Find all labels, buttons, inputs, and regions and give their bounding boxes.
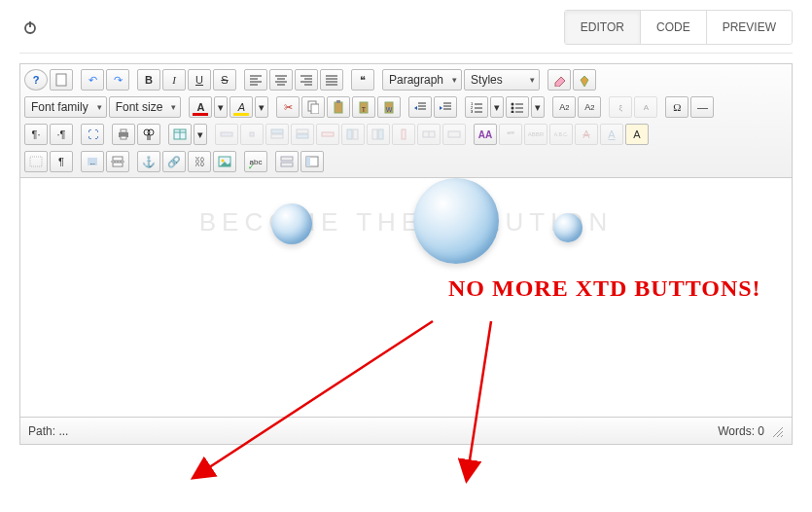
paste-text-button[interactable]: T [352, 96, 375, 118]
fullscreen-button[interactable]: ⛶ [81, 124, 104, 145]
svg-rect-58 [221, 132, 232, 136]
svg-point-52 [148, 129, 154, 135]
template-button[interactable] [300, 151, 324, 172]
numbered-list-button[interactable]: 123 [465, 96, 488, 118]
svg-rect-21 [311, 104, 319, 114]
svg-rect-73 [30, 157, 42, 166]
italic-button[interactable]: I [162, 69, 186, 91]
bullet-list-button[interactable] [506, 96, 529, 118]
merge-cells-button [442, 124, 466, 145]
top-bar: EDITOR CODE PREVIEW [19, 10, 793, 54]
attribs-button[interactable]: A [625, 124, 649, 145]
ins2-button: A [600, 124, 623, 145]
format-select[interactable]: Paragraph [382, 69, 462, 91]
bullet-list-picker[interactable]: ▾ [531, 96, 545, 118]
delete-row-button [316, 124, 339, 145]
superscript-button[interactable]: A2 [578, 96, 601, 118]
paste-word-button[interactable]: W [377, 96, 401, 118]
strikethrough-button[interactable]: S [213, 69, 236, 91]
editor-panel: ? ↶ ↷ B I U S ❝ Paragraph Styles [19, 63, 793, 445]
insert-col-after-button [367, 124, 390, 145]
undo-button[interactable]: ↶ [81, 69, 104, 91]
underline-button[interactable]: U [188, 69, 211, 91]
svg-rect-2 [56, 74, 66, 86]
indent-button[interactable] [434, 96, 457, 118]
backcolor-button[interactable]: A [229, 96, 253, 118]
bubble-decoration [271, 203, 312, 244]
spellcheck-button[interactable]: abc✓ [244, 151, 267, 172]
svg-rect-77 [113, 163, 123, 166]
word-count: Words: 0 [718, 424, 764, 438]
svg-rect-66 [353, 129, 358, 139]
unlink-button[interactable]: ⛓ [188, 151, 211, 172]
svg-rect-85 [306, 157, 310, 166]
eraser-button[interactable] [547, 69, 571, 91]
svg-text:T: T [362, 106, 367, 113]
backcolor-picker[interactable]: ▾ [255, 96, 268, 118]
editor-toolbar: ? ↶ ↷ B I U S ❝ Paragraph Styles [20, 64, 792, 178]
forecolor-button[interactable]: A [189, 96, 212, 118]
align-center-button[interactable] [269, 69, 293, 91]
numbered-list-picker[interactable]: ▾ [490, 96, 504, 118]
insert-table-button[interactable] [168, 124, 192, 145]
editor-canvas[interactable]: BECOME THE SOLUTION NO MORE XTD BUTTONS! [20, 178, 792, 417]
view-tabs: EDITOR CODE PREVIEW [564, 10, 793, 45]
rtl-button[interactable]: ¶· [24, 124, 48, 145]
svg-rect-64 [322, 132, 334, 136]
forecolor-picker[interactable]: ▾ [214, 96, 228, 118]
watermark-text: BECOME THE SOLUTION [199, 207, 614, 238]
path-label: Path: ... [28, 424, 68, 438]
pagebreak-button[interactable] [106, 151, 129, 172]
svg-line-88 [781, 435, 783, 437]
bubble-decoration [553, 213, 583, 242]
show-invisible-button[interactable]: ¶ [50, 151, 73, 172]
redo-button[interactable]: ↷ [106, 69, 129, 91]
table-picker[interactable]: ▾ [194, 124, 207, 145]
align-right-button[interactable] [295, 69, 318, 91]
search-button[interactable] [137, 124, 160, 145]
nonbreaking-button[interactable]: ⎵ [81, 151, 104, 172]
tab-preview[interactable]: PREVIEW [706, 11, 792, 44]
paste-button[interactable] [327, 96, 350, 118]
cleanup-button[interactable] [573, 69, 596, 91]
subscript-button[interactable]: A2 [552, 96, 576, 118]
newdoc-button[interactable] [50, 69, 73, 91]
special-char-button[interactable]: Ω [665, 96, 688, 118]
tab-code[interactable]: CODE [640, 11, 706, 44]
copy-button[interactable] [301, 96, 325, 118]
svg-text:W: W [386, 106, 393, 113]
readmore-button[interactable] [275, 151, 299, 172]
help-icon[interactable]: ? [24, 69, 48, 91]
anchor-button[interactable]: ⚓ [137, 151, 160, 172]
svg-rect-60 [271, 129, 283, 133]
bold-button[interactable]: B [137, 69, 160, 91]
align-justify-button[interactable] [320, 69, 343, 91]
svg-rect-72 [448, 131, 460, 137]
svg-marker-19 [555, 77, 565, 87]
align-left-button[interactable] [244, 69, 267, 91]
styles-select[interactable]: Styles [464, 69, 540, 91]
hr-button[interactable]: — [690, 96, 714, 118]
image-button[interactable] [213, 151, 236, 172]
power-button[interactable] [19, 17, 41, 38]
resize-grip-icon[interactable] [770, 424, 784, 438]
outdent-button[interactable] [408, 96, 432, 118]
ltr-button[interactable]: ·¶ [50, 124, 73, 145]
svg-rect-49 [121, 129, 126, 132]
cut-button[interactable]: ✂ [276, 96, 300, 118]
insert-row-after-button [291, 124, 314, 145]
cell-props-button [240, 124, 264, 145]
acronym-button: A.B.C. [549, 124, 573, 145]
fontfamily-select[interactable]: Font family [24, 96, 107, 118]
link-button[interactable]: 🔗 [162, 151, 186, 172]
visual-aid-button[interactable] [24, 151, 48, 172]
ins-button: A [634, 96, 657, 118]
fontsize-select[interactable]: Font size [109, 96, 182, 118]
del-button: A [575, 124, 598, 145]
print-button[interactable] [112, 124, 135, 145]
blockquote-button[interactable]: ❝ [351, 69, 374, 91]
svg-rect-23 [336, 100, 340, 103]
tab-editor[interactable]: EDITOR [565, 11, 640, 44]
svg-point-80 [222, 160, 225, 163]
styleprops-button[interactable]: AA [474, 124, 497, 145]
